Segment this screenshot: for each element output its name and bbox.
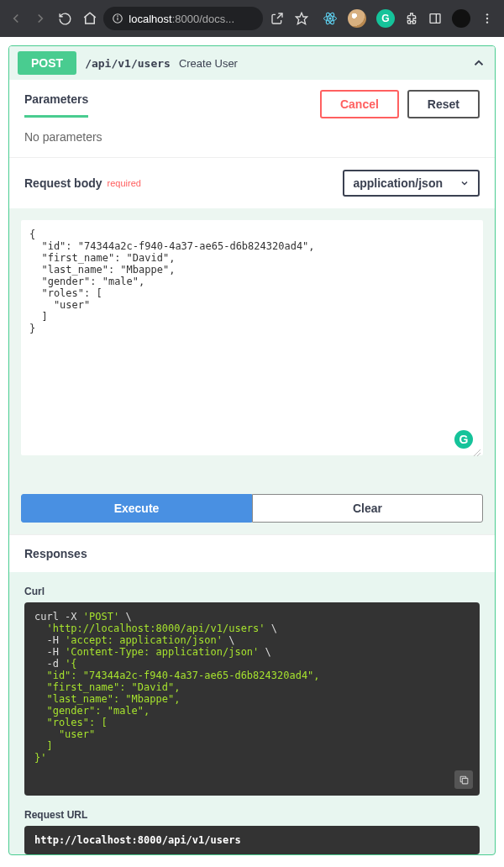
browser-menu-icon[interactable] bbox=[480, 12, 494, 25]
copy-icon[interactable] bbox=[454, 770, 473, 789]
request-body-textarea[interactable] bbox=[21, 220, 483, 455]
responses-section: Responses Curl curl -X 'POST' \ 'http://… bbox=[9, 534, 495, 854]
parameters-title: Parameters bbox=[24, 92, 88, 106]
request-body-title: Request body bbox=[24, 176, 102, 190]
svg-marker-3 bbox=[297, 13, 307, 24]
required-tag: required bbox=[108, 178, 141, 188]
execute-button[interactable]: Execute bbox=[21, 494, 252, 523]
curl-label: Curl bbox=[24, 586, 480, 597]
react-devtools-icon[interactable] bbox=[323, 11, 338, 26]
cancel-button[interactable]: Cancel bbox=[320, 90, 399, 118]
operation-path: /api/v1/users bbox=[85, 57, 171, 70]
svg-point-11 bbox=[486, 18, 488, 19]
svg-point-10 bbox=[486, 13, 488, 15]
forward-button[interactable] bbox=[29, 7, 50, 30]
svg-point-2 bbox=[118, 16, 118, 17]
reload-button[interactable] bbox=[55, 7, 76, 30]
parameters-header: Parameters Cancel Reset bbox=[9, 80, 495, 118]
responses-title: Responses bbox=[9, 534, 495, 572]
browser-toolbar: localhost:8000/docs... G bbox=[0, 0, 504, 37]
operation-header[interactable]: POST /api/v1/users Create User bbox=[9, 46, 495, 80]
body-editor-area: G Execute Clear bbox=[9, 208, 495, 534]
extensions: G bbox=[323, 9, 494, 28]
no-parameters-text: No parameters bbox=[9, 118, 495, 157]
operation-block: POST /api/v1/users Create User Parameter… bbox=[8, 45, 496, 855]
svg-point-12 bbox=[486, 21, 488, 23]
info-icon bbox=[112, 13, 123, 24]
chevron-down-icon bbox=[459, 178, 470, 188]
home-button[interactable] bbox=[79, 7, 100, 30]
back-button[interactable] bbox=[5, 7, 26, 30]
clear-button[interactable]: Clear bbox=[252, 494, 483, 523]
method-badge: POST bbox=[18, 51, 76, 75]
extensions-menu-icon[interactable] bbox=[405, 12, 418, 25]
url-path: :8000/docs... bbox=[172, 13, 234, 25]
grammarly-icon[interactable]: G bbox=[454, 430, 473, 449]
svg-rect-8 bbox=[430, 14, 440, 24]
sidepanel-icon[interactable] bbox=[428, 12, 442, 25]
extension-icon[interactable] bbox=[348, 9, 366, 28]
action-buttons: Execute Clear bbox=[21, 494, 483, 523]
content-type-select[interactable]: application/json bbox=[343, 170, 480, 197]
bookmark-icon[interactable] bbox=[291, 7, 312, 30]
content-type-value: application/json bbox=[353, 176, 443, 190]
profile-avatar[interactable] bbox=[452, 9, 470, 28]
collapse-icon[interactable] bbox=[471, 55, 486, 71]
curl-code[interactable]: curl -X 'POST' \ 'http://localhost:8000/… bbox=[24, 602, 480, 796]
address-bar[interactable]: localhost:8000/docs... bbox=[103, 7, 263, 30]
operation-summary: Create User bbox=[179, 57, 238, 70]
url-host: localhost bbox=[129, 13, 171, 25]
page-content: POST /api/v1/users Create User Parameter… bbox=[0, 37, 504, 864]
request-url-value[interactable]: http://localhost:8000/api/v1/users bbox=[24, 826, 480, 854]
svg-point-4 bbox=[328, 18, 331, 20]
grammarly-extension-icon[interactable]: G bbox=[376, 9, 395, 28]
svg-rect-13 bbox=[462, 778, 468, 784]
request-body-header: Request body required application/json bbox=[9, 157, 495, 208]
reset-button[interactable]: Reset bbox=[407, 90, 480, 118]
share-icon[interactable] bbox=[266, 7, 287, 30]
request-url-label: Request URL bbox=[24, 809, 480, 821]
